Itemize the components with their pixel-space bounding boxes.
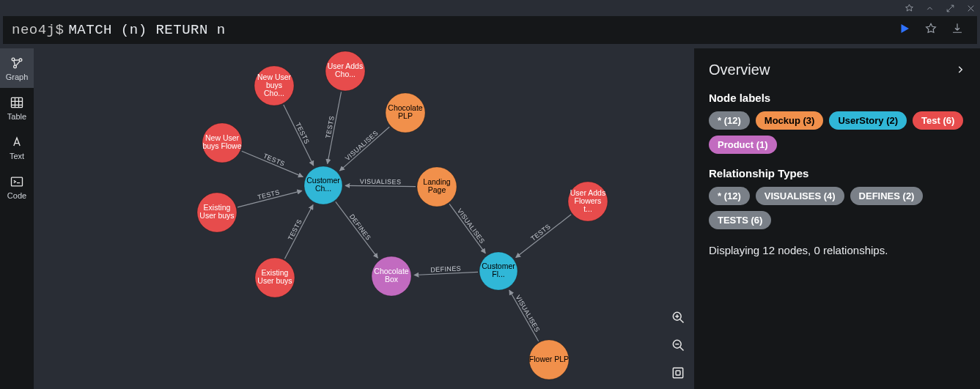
graph-node[interactable]: ExistingUser buys <box>197 193 237 232</box>
query-text: MATCH (n) RETURN n <box>68 22 225 38</box>
svg-text:t...: t... <box>583 204 592 213</box>
node-labels-heading: Node labels <box>709 92 965 104</box>
label-pill[interactable]: UserStory (2) <box>829 111 907 130</box>
svg-text:User buys: User buys <box>257 276 292 285</box>
svg-text:Ch...: Ch... <box>315 184 331 193</box>
svg-text:TESTS: TESTS <box>287 218 303 242</box>
tab-text[interactable]: Text <box>0 127 34 167</box>
query-prompt[interactable]: neo4j$MATCH (n) RETURN n <box>12 22 226 38</box>
reltype-pill[interactable]: * (12) <box>709 187 750 205</box>
svg-text:Cho...: Cho... <box>264 89 284 97</box>
zoom-controls <box>668 307 688 383</box>
label-pill[interactable]: Test (6) <box>913 111 963 130</box>
svg-text:TESTS: TESTS <box>324 115 336 138</box>
svg-text:Flower PLP: Flower PLP <box>529 355 569 363</box>
svg-text:Page: Page <box>428 185 446 194</box>
graph-node[interactable]: User AddsCho... <box>325 51 365 91</box>
svg-line-19 <box>336 201 378 258</box>
rel-types-heading: Relationship Types <box>709 167 965 179</box>
graph-node[interactable]: ChocolatePLP <box>386 93 425 133</box>
graph-node[interactable]: ExistingUser buys <box>255 258 295 297</box>
svg-rect-68 <box>673 368 682 377</box>
status-text: Displaying 12 nodes, 0 relationships. <box>709 244 965 256</box>
zoom-in-button[interactable] <box>668 307 688 327</box>
label-pill[interactable]: * (12) <box>709 111 750 130</box>
zoom-out-button[interactable] <box>668 335 688 355</box>
graph-node[interactable]: ChocolateBox <box>372 256 411 296</box>
view-rail: Graph Table Text Code <box>0 48 34 389</box>
run-button[interactable] <box>898 22 911 38</box>
graph-node[interactable]: User AddsFlowerst... <box>568 182 608 221</box>
tab-label: Graph <box>6 73 29 81</box>
svg-text:VISUALISES: VISUALISES <box>344 129 380 162</box>
svg-text:PLP: PLP <box>398 111 413 120</box>
window-controls <box>904 1 976 15</box>
svg-line-25 <box>509 290 539 341</box>
reltype-pill[interactable]: VISUALISES (4) <box>756 187 844 205</box>
tab-label: Code <box>7 191 26 200</box>
svg-text:Fl...: Fl... <box>492 270 505 278</box>
favorite-icon[interactable] <box>924 22 937 38</box>
zoom-fit-button[interactable] <box>668 363 688 383</box>
svg-line-27 <box>516 215 571 258</box>
collapse-icon[interactable] <box>924 3 935 13</box>
svg-line-15 <box>339 127 389 171</box>
graph-node[interactable]: New Userbuys Flowe <box>202 123 242 163</box>
expand-icon[interactable] <box>945 3 955 13</box>
graph-node[interactable]: New UserbuysCho... <box>254 66 294 105</box>
tab-label: Text <box>10 152 24 160</box>
db-name: neo4j <box>12 22 56 38</box>
graph-node[interactable]: LandingPage <box>417 167 457 207</box>
download-icon[interactable] <box>951 22 964 38</box>
graph-canvas[interactable]: TESTSTESTSTESTSTESTSTESTSVISUALISESVISUA… <box>34 48 694 389</box>
tab-table[interactable]: Table <box>0 88 34 127</box>
svg-line-17 <box>345 185 416 186</box>
svg-rect-69 <box>676 371 680 375</box>
graph-node[interactable]: Flower PLP <box>529 340 569 379</box>
query-bar: neo4j$MATCH (n) RETURN n <box>3 16 977 44</box>
tab-code[interactable]: Code <box>0 167 34 207</box>
tab-graph[interactable]: Graph <box>0 48 34 88</box>
svg-text:DEFINES: DEFINES <box>430 264 461 273</box>
reltype-pill[interactable]: TESTS (6) <box>709 211 771 229</box>
graph-node[interactable]: CustomerCh... <box>304 166 342 204</box>
svg-text:TESTS: TESTS <box>262 152 286 168</box>
tab-label: Table <box>7 112 26 121</box>
overview-title: Overview <box>709 62 770 78</box>
label-pill[interactable]: Mockup (3) <box>756 111 824 130</box>
pin-icon[interactable] <box>904 3 914 13</box>
svg-text:TESTS: TESTS <box>294 122 311 145</box>
svg-line-23 <box>449 204 485 253</box>
svg-text:DEFINES: DEFINES <box>348 212 372 241</box>
svg-rect-4 <box>12 177 23 186</box>
close-icon[interactable] <box>965 3 976 13</box>
svg-text:VISUALISES: VISUALISES <box>360 178 402 186</box>
overview-panel: Overview Node labels * (12)Mockup (3)Use… <box>694 48 980 389</box>
reltype-pill[interactable]: DEFINES (2) <box>850 187 924 205</box>
svg-text:Box: Box <box>385 275 399 284</box>
svg-text:Cho...: Cho... <box>335 70 355 78</box>
chevron-right-icon[interactable] <box>955 62 965 78</box>
graph-node[interactable]: CustomerFl... <box>479 252 517 290</box>
svg-line-7 <box>284 105 314 166</box>
svg-text:VISUALISES: VISUALISES <box>515 294 542 333</box>
node-label-pills: * (12)Mockup (3)UserStory (2)Test (6)Pro… <box>709 111 965 154</box>
svg-rect-3 <box>12 97 23 107</box>
svg-text:VISUALISES: VISUALISES <box>456 207 486 245</box>
svg-text:buys Flowe: buys Flowe <box>202 141 241 150</box>
svg-text:User buys: User buys <box>199 211 234 220</box>
label-pill[interactable]: Product (1) <box>709 136 777 154</box>
rel-type-pills: * (12)VISUALISES (4)DEFINES (2)TESTS (6) <box>709 187 965 229</box>
